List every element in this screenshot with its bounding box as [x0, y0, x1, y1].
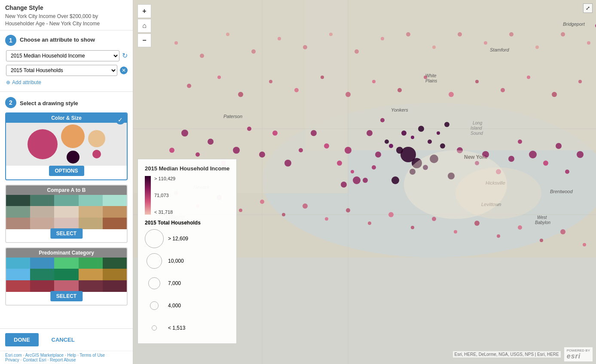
compare-preview: SELECT: [6, 195, 127, 242]
legend-row-1: > 12,609: [145, 229, 229, 248]
svg-point-87: [321, 76, 324, 79]
legend-value-2: 10,000: [168, 258, 184, 264]
cg-5: [103, 195, 127, 206]
cg-4: [79, 195, 103, 206]
footer-link-report[interactable]: Report Abuse: [50, 358, 76, 362]
svg-point-61: [208, 139, 214, 145]
pg-13: [54, 280, 78, 292]
pg-8: [54, 269, 78, 280]
svg-point-85: [269, 80, 272, 83]
refresh-icon[interactable]: ↻: [122, 52, 128, 60]
svg-point-48: [543, 161, 548, 166]
svg-point-117: [325, 217, 328, 221]
svg-point-118: [346, 208, 350, 212]
divider1: [0, 91, 133, 92]
svg-point-73: [381, 37, 384, 40]
cs-circle-3: [67, 151, 79, 164]
legend-households-section: 2015 Total Households > 12,609 10,000: [145, 220, 229, 337]
legend-circle-2-wrap: [145, 252, 164, 270]
svg-point-59: [233, 147, 240, 154]
svg-point-40: [353, 176, 361, 184]
collapse-panel-button[interactable]: ◀: [133, 176, 133, 188]
style-card-predominant[interactable]: Predominant Category: [5, 247, 128, 306]
options-button[interactable]: OPTIONS: [49, 166, 84, 176]
style-card-color-size[interactable]: Color & Size ✓ OPTIONS: [5, 112, 128, 180]
svg-point-101: [428, 140, 432, 144]
svg-point-78: [509, 32, 513, 36]
footer-link-privacy[interactable]: Privacy: [5, 358, 19, 362]
legend-circles: > 12,609 10,000 7,000: [145, 229, 229, 337]
svg-point-32: [385, 140, 389, 144]
svg-point-58: [247, 127, 251, 131]
esri-logo-text: esri: [567, 352, 581, 360]
left-panel: Change Style New York City Income Over $…: [0, 0, 133, 364]
cg-10: [103, 206, 127, 218]
svg-point-96: [552, 92, 557, 97]
attribute1-select[interactable]: 2015 Median Household Income 2015 Total …: [6, 50, 119, 61]
attribute2-select[interactable]: 2015 Total Households 2015 Median Househ…: [6, 65, 117, 76]
step2-section: 2 Select a drawing style Color & Size ✓: [0, 94, 133, 313]
legend-value-1: > 12,609: [168, 236, 188, 242]
pg-4: [79, 258, 103, 269]
attribute2-row: 2015 Total Households 2015 Median Househ…: [5, 65, 128, 76]
svg-point-62: [196, 152, 200, 157]
svg-point-54: [299, 148, 303, 152]
add-attribute-link[interactable]: ⊕ Add attribute: [5, 79, 128, 85]
svg-point-74: [406, 32, 410, 36]
home-button[interactable]: ⌂: [138, 19, 151, 33]
legend-value-3: 7,000: [168, 280, 181, 286]
cg-11: [6, 218, 30, 229]
svg-point-66: [200, 54, 204, 58]
legend-circle-2: [147, 253, 162, 269]
pg-9: [79, 269, 103, 280]
expand-map-button[interactable]: ⤢: [583, 3, 593, 13]
footer-link-contact[interactable]: Contact Esri: [23, 358, 46, 362]
step1-row: 1 Choose an attribute to show: [5, 35, 128, 46]
cg-2: [30, 195, 54, 206]
svg-point-119: [368, 221, 371, 225]
pg-12: [30, 280, 54, 292]
cancel-button[interactable]: CANCEL: [43, 333, 83, 346]
footer-link-terms[interactable]: Terms of Use: [79, 353, 105, 358]
svg-point-33: [391, 176, 399, 184]
remove-attribute2-button[interactable]: ✕: [120, 67, 128, 74]
zoom-out-button[interactable]: −: [138, 33, 151, 47]
svg-point-79: [535, 46, 539, 49]
cs-circles-col2: [88, 130, 105, 158]
svg-text:Island: Island: [471, 126, 482, 130]
svg-point-125: [497, 234, 500, 238]
svg-point-49: [556, 143, 562, 149]
svg-point-70: [303, 45, 307, 49]
zoom-in-button[interactable]: +: [138, 4, 151, 18]
svg-text:Stamford: Stamford: [490, 47, 510, 52]
svg-point-55: [284, 160, 291, 167]
svg-point-86: [294, 88, 299, 92]
svg-text:Long: Long: [473, 121, 483, 125]
svg-point-113: [239, 209, 242, 212]
svg-point-120: [388, 212, 394, 217]
powered-by-esri: POWERED BY esri: [564, 347, 593, 361]
select-button-predominant[interactable]: SELECT: [50, 291, 83, 301]
legend-circle-4-wrap: [145, 296, 164, 315]
cg-15: [103, 218, 127, 229]
legend-circle-1: [145, 229, 164, 248]
svg-rect-4: [305, 0, 596, 150]
step1-circle: 1: [5, 35, 16, 46]
footer-link-esri[interactable]: Esri.com: [5, 353, 22, 358]
cg-9: [79, 206, 103, 218]
svg-point-107: [363, 178, 368, 183]
legend-value-5: < 1,513: [168, 325, 185, 331]
footer-link-help[interactable]: Help: [67, 353, 76, 358]
svg-point-121: [411, 226, 414, 229]
svg-point-84: [238, 92, 243, 97]
select-button-compare[interactable]: SELECT: [50, 228, 83, 239]
style-card-compare[interactable]: Compare A to B: [5, 185, 128, 243]
done-button[interactable]: DONE: [5, 333, 39, 346]
step1-section: 1 Choose an attribute to show 2015 Media…: [0, 30, 133, 90]
style-title-color-size: Color & Size: [6, 113, 127, 123]
svg-point-52: [324, 143, 329, 149]
svg-point-114: [260, 200, 264, 204]
footer-link-marketplace[interactable]: ArcGIS Marketplace: [25, 353, 64, 358]
pg-1: [6, 258, 30, 269]
cg-1: [6, 195, 30, 206]
